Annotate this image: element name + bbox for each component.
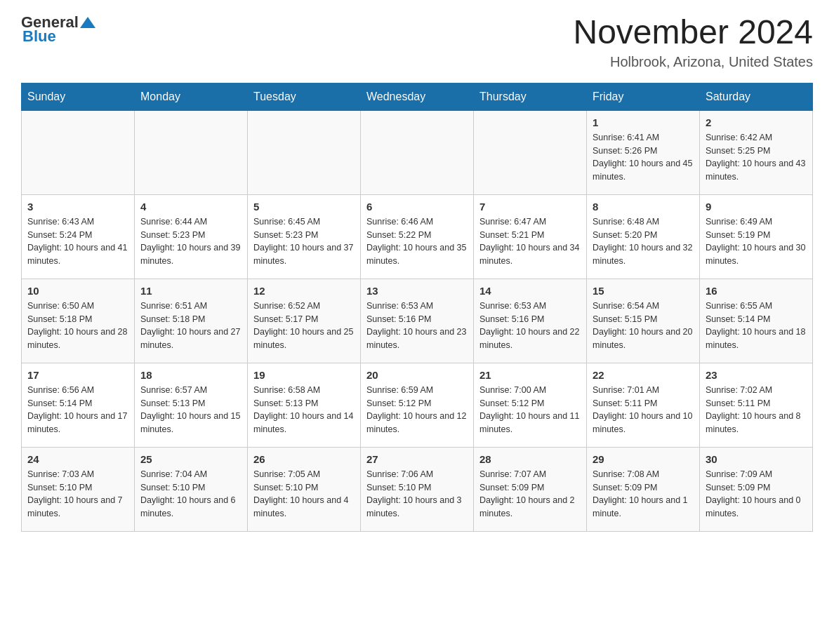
day-info: Sunrise: 6:43 AM Sunset: 5:24 PM Dayligh… xyxy=(27,215,128,268)
svg-marker-0 xyxy=(80,17,95,28)
day-number: 23 xyxy=(706,369,807,381)
day-number: 24 xyxy=(27,453,128,465)
calendar-cell: 11Sunrise: 6:51 AM Sunset: 5:18 PM Dayli… xyxy=(135,279,248,363)
calendar-cell: 16Sunrise: 6:55 AM Sunset: 5:14 PM Dayli… xyxy=(700,279,813,363)
header-saturday: Saturday xyxy=(700,83,813,110)
page-subtitle: Holbrook, Arizona, United States xyxy=(573,54,813,70)
calendar-body: 1Sunrise: 6:41 AM Sunset: 5:26 PM Daylig… xyxy=(22,110,813,531)
day-number: 27 xyxy=(366,453,468,465)
day-number: 19 xyxy=(253,369,355,381)
calendar-cell: 25Sunrise: 7:04 AM Sunset: 5:10 PM Dayli… xyxy=(135,447,248,531)
calendar-cell: 1Sunrise: 6:41 AM Sunset: 5:26 PM Daylig… xyxy=(587,110,700,194)
day-info: Sunrise: 6:53 AM Sunset: 5:16 PM Dayligh… xyxy=(479,300,581,352)
header-friday: Friday xyxy=(587,83,700,110)
day-info: Sunrise: 6:51 AM Sunset: 5:18 PM Dayligh… xyxy=(140,300,241,352)
day-number: 30 xyxy=(706,453,807,465)
day-number: 3 xyxy=(27,201,128,213)
day-info: Sunrise: 6:41 AM Sunset: 5:26 PM Dayligh… xyxy=(593,131,694,184)
calendar-header: SundayMondayTuesdayWednesdayThursdayFrid… xyxy=(22,83,813,110)
day-number: 17 xyxy=(27,369,128,381)
calendar-cell: 10Sunrise: 6:50 AM Sunset: 5:18 PM Dayli… xyxy=(22,279,135,363)
logo-triangle-icon xyxy=(80,15,95,30)
calendar-cell xyxy=(135,110,248,194)
day-info: Sunrise: 6:46 AM Sunset: 5:22 PM Dayligh… xyxy=(366,215,468,268)
calendar-cell: 7Sunrise: 6:47 AM Sunset: 5:21 PM Daylig… xyxy=(474,194,587,279)
day-number: 15 xyxy=(593,285,694,297)
calendar-cell: 12Sunrise: 6:52 AM Sunset: 5:17 PM Dayli… xyxy=(248,279,361,363)
calendar-table: SundayMondayTuesdayWednesdayThursdayFrid… xyxy=(21,83,813,532)
day-number: 28 xyxy=(479,453,581,465)
day-info: Sunrise: 6:47 AM Sunset: 5:21 PM Dayligh… xyxy=(479,215,581,268)
day-info: Sunrise: 6:49 AM Sunset: 5:19 PM Dayligh… xyxy=(706,215,807,268)
calendar-cell: 22Sunrise: 7:01 AM Sunset: 5:11 PM Dayli… xyxy=(587,363,700,447)
calendar-cell: 3Sunrise: 6:43 AM Sunset: 5:24 PM Daylig… xyxy=(22,194,135,279)
calendar-cell: 15Sunrise: 6:54 AM Sunset: 5:15 PM Dayli… xyxy=(587,279,700,363)
day-number: 1 xyxy=(593,116,694,128)
calendar-cell: 23Sunrise: 7:02 AM Sunset: 5:11 PM Dayli… xyxy=(700,363,813,447)
header-sunday: Sunday xyxy=(22,83,135,110)
day-info: Sunrise: 7:01 AM Sunset: 5:11 PM Dayligh… xyxy=(593,384,694,436)
logo: General Blue xyxy=(21,14,97,45)
calendar-week-row: 1Sunrise: 6:41 AM Sunset: 5:26 PM Daylig… xyxy=(22,110,813,194)
day-info: Sunrise: 6:48 AM Sunset: 5:20 PM Dayligh… xyxy=(593,215,694,268)
day-info: Sunrise: 6:57 AM Sunset: 5:13 PM Dayligh… xyxy=(140,384,241,436)
day-number: 22 xyxy=(593,369,694,381)
day-number: 7 xyxy=(479,201,581,213)
calendar-cell: 26Sunrise: 7:05 AM Sunset: 5:10 PM Dayli… xyxy=(248,447,361,531)
calendar-cell: 9Sunrise: 6:49 AM Sunset: 5:19 PM Daylig… xyxy=(700,194,813,279)
page-header: General Blue November 2024 Holbrook, Ari… xyxy=(21,14,813,70)
day-info: Sunrise: 6:42 AM Sunset: 5:25 PM Dayligh… xyxy=(706,131,807,184)
day-info: Sunrise: 6:53 AM Sunset: 5:16 PM Dayligh… xyxy=(366,300,468,352)
day-info: Sunrise: 7:04 AM Sunset: 5:10 PM Dayligh… xyxy=(140,468,241,521)
calendar-cell: 2Sunrise: 6:42 AM Sunset: 5:25 PM Daylig… xyxy=(700,110,813,194)
day-number: 29 xyxy=(593,453,694,465)
calendar-week-row: 10Sunrise: 6:50 AM Sunset: 5:18 PM Dayli… xyxy=(22,279,813,363)
day-info: Sunrise: 7:08 AM Sunset: 5:09 PM Dayligh… xyxy=(593,468,694,521)
day-info: Sunrise: 7:00 AM Sunset: 5:12 PM Dayligh… xyxy=(479,384,581,436)
day-info: Sunrise: 7:03 AM Sunset: 5:10 PM Dayligh… xyxy=(27,468,128,521)
calendar-cell xyxy=(474,110,587,194)
day-number: 25 xyxy=(140,453,241,465)
calendar-cell: 8Sunrise: 6:48 AM Sunset: 5:20 PM Daylig… xyxy=(587,194,700,279)
day-number: 5 xyxy=(253,201,355,213)
day-number: 8 xyxy=(593,201,694,213)
day-info: Sunrise: 7:05 AM Sunset: 5:10 PM Dayligh… xyxy=(253,468,355,521)
header-tuesday: Tuesday xyxy=(248,83,361,110)
calendar-cell: 6Sunrise: 6:46 AM Sunset: 5:22 PM Daylig… xyxy=(361,194,474,279)
day-number: 18 xyxy=(140,369,241,381)
day-info: Sunrise: 7:02 AM Sunset: 5:11 PM Dayligh… xyxy=(706,384,807,436)
day-number: 16 xyxy=(706,285,807,297)
day-number: 26 xyxy=(253,453,355,465)
day-info: Sunrise: 7:06 AM Sunset: 5:10 PM Dayligh… xyxy=(366,468,468,521)
calendar-cell: 24Sunrise: 7:03 AM Sunset: 5:10 PM Dayli… xyxy=(22,447,135,531)
day-info: Sunrise: 6:52 AM Sunset: 5:17 PM Dayligh… xyxy=(253,300,355,352)
calendar-week-row: 17Sunrise: 6:56 AM Sunset: 5:14 PM Dayli… xyxy=(22,363,813,447)
day-number: 12 xyxy=(253,285,355,297)
logo-text-blue: Blue xyxy=(22,27,56,45)
calendar-cell: 29Sunrise: 7:08 AM Sunset: 5:09 PM Dayli… xyxy=(587,447,700,531)
header-wednesday: Wednesday xyxy=(361,83,474,110)
day-info: Sunrise: 6:58 AM Sunset: 5:13 PM Dayligh… xyxy=(253,384,355,436)
calendar-cell: 4Sunrise: 6:44 AM Sunset: 5:23 PM Daylig… xyxy=(135,194,248,279)
calendar-cell: 13Sunrise: 6:53 AM Sunset: 5:16 PM Dayli… xyxy=(361,279,474,363)
day-number: 2 xyxy=(706,116,807,128)
header-row: SundayMondayTuesdayWednesdayThursdayFrid… xyxy=(22,83,813,110)
header-monday: Monday xyxy=(135,83,248,110)
calendar-cell: 19Sunrise: 6:58 AM Sunset: 5:13 PM Dayli… xyxy=(248,363,361,447)
day-info: Sunrise: 6:45 AM Sunset: 5:23 PM Dayligh… xyxy=(253,215,355,268)
logo-content: General Blue xyxy=(21,14,97,45)
page-title: November 2024 xyxy=(573,14,813,51)
day-info: Sunrise: 6:54 AM Sunset: 5:15 PM Dayligh… xyxy=(593,300,694,352)
day-number: 4 xyxy=(140,201,241,213)
day-number: 13 xyxy=(366,285,468,297)
day-info: Sunrise: 6:44 AM Sunset: 5:23 PM Dayligh… xyxy=(140,215,241,268)
calendar-cell xyxy=(248,110,361,194)
calendar-cell: 30Sunrise: 7:09 AM Sunset: 5:09 PM Dayli… xyxy=(700,447,813,531)
calendar-cell xyxy=(22,110,135,194)
day-info: Sunrise: 6:50 AM Sunset: 5:18 PM Dayligh… xyxy=(27,300,128,352)
calendar-week-row: 24Sunrise: 7:03 AM Sunset: 5:10 PM Dayli… xyxy=(22,447,813,531)
day-number: 21 xyxy=(479,369,581,381)
day-info: Sunrise: 6:55 AM Sunset: 5:14 PM Dayligh… xyxy=(706,300,807,352)
header-thursday: Thursday xyxy=(474,83,587,110)
calendar-cell: 27Sunrise: 7:06 AM Sunset: 5:10 PM Dayli… xyxy=(361,447,474,531)
